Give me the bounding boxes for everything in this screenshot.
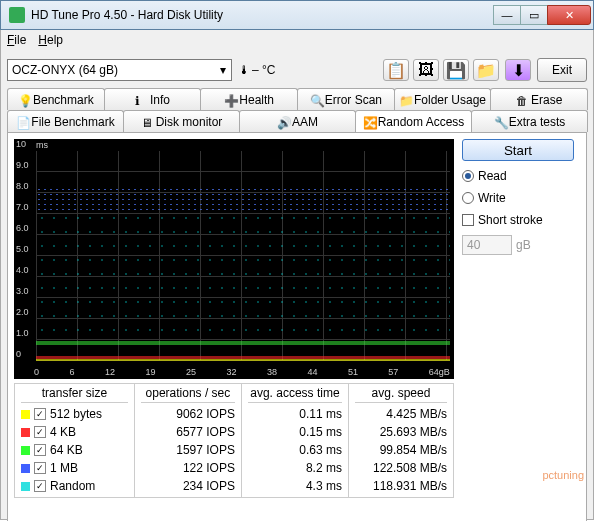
health-icon: ➕ bbox=[224, 94, 236, 106]
transfer-size: 512 bytes bbox=[50, 407, 102, 421]
tab-aam[interactable]: 🔊AAM bbox=[239, 110, 356, 132]
menu-file[interactable]: File bbox=[7, 33, 26, 47]
x-axis-labels: 06121925323844515764gB bbox=[34, 367, 450, 377]
main-frame: OCZ-ONYX (64 gB) ▾ 🌡 – °C 📋 🖼 💾 📁 ⬇ Exit… bbox=[0, 50, 594, 520]
drive-select[interactable]: OCZ-ONYX (64 gB) ▾ bbox=[7, 59, 232, 81]
tab-file-benchmark[interactable]: 📄File Benchmark bbox=[7, 110, 124, 132]
thermometer-icon: 🌡 bbox=[238, 63, 250, 77]
speaker-icon: 🔊 bbox=[277, 116, 289, 128]
maximize-button[interactable]: ▭ bbox=[520, 5, 548, 25]
plot-area bbox=[36, 151, 450, 361]
tab-folder-usage[interactable]: 📁Folder Usage bbox=[394, 88, 492, 110]
radio-icon bbox=[462, 192, 474, 204]
arrow-down-icon: ⬇ bbox=[512, 61, 525, 80]
drive-select-value: OCZ-ONYX (64 gB) bbox=[12, 63, 118, 77]
copy-icon: 📋 bbox=[386, 61, 406, 80]
temperature-value: – °C bbox=[252, 63, 275, 77]
monitor-icon: 🖥 bbox=[141, 116, 153, 128]
col-header: avg. access time bbox=[248, 386, 342, 403]
tab-erase[interactable]: 🗑Erase bbox=[490, 88, 588, 110]
color-swatch bbox=[21, 410, 30, 419]
toolbar: OCZ-ONYX (64 gB) ▾ 🌡 – °C 📋 🖼 💾 📁 ⬇ Exit bbox=[7, 56, 587, 84]
start-button[interactable]: Start bbox=[462, 139, 574, 161]
color-swatch bbox=[21, 464, 30, 473]
row-checkbox[interactable]: ✓ bbox=[34, 462, 46, 474]
transfer-size: 4 KB bbox=[50, 425, 76, 439]
color-swatch bbox=[21, 428, 30, 437]
access-value: 0.15 ms bbox=[248, 423, 342, 441]
short-stroke-value-row: 40 gB bbox=[462, 235, 574, 255]
close-button[interactable]: ✕ bbox=[547, 5, 591, 25]
speed-value: 122.508 MB/s bbox=[355, 459, 447, 477]
window-title: HD Tune Pro 4.50 - Hard Disk Utility bbox=[31, 8, 494, 22]
open-button[interactable]: 📁 bbox=[473, 59, 499, 81]
tab-benchmark[interactable]: 💡Benchmark bbox=[7, 88, 105, 110]
results-table: transfer size ✓512 bytes✓4 KB✓64 KB✓1 MB… bbox=[14, 383, 454, 498]
file-icon: 📄 bbox=[16, 116, 28, 128]
random-icon: 🔀 bbox=[363, 116, 375, 128]
tab-disk-monitor[interactable]: 🖥Disk monitor bbox=[123, 110, 240, 132]
y-axis-labels: 109.08.07.06.05.04.03.02.01.00 bbox=[16, 139, 29, 359]
folder-icon: 📁 bbox=[476, 61, 496, 80]
info-icon: ℹ bbox=[135, 94, 147, 106]
access-time-graph: ms 109.08.07.06.05.04.03.02.01.00 061219… bbox=[14, 139, 454, 379]
transfer-size: 1 MB bbox=[50, 461, 78, 475]
exit-button[interactable]: Exit bbox=[537, 58, 587, 82]
save-button[interactable]: 💾 bbox=[443, 59, 469, 81]
iops-value: 6577 IOPS bbox=[141, 423, 235, 441]
temperature-display: 🌡 – °C bbox=[238, 63, 275, 77]
camera-icon: 🖼 bbox=[418, 61, 434, 79]
col-speed: avg. speed 4.425 MB/s25.693 MB/s99.854 M… bbox=[349, 383, 454, 498]
col-operations: operations / sec 9062 IOPS6577 IOPS1597 … bbox=[135, 383, 242, 498]
row-checkbox[interactable]: ✓ bbox=[34, 444, 46, 456]
read-radio[interactable]: Read bbox=[462, 169, 574, 183]
iops-value: 234 IOPS bbox=[141, 477, 235, 495]
tools-icon: 🔧 bbox=[494, 116, 506, 128]
tab-content: ms 109.08.07.06.05.04.03.02.01.00 061219… bbox=[7, 132, 587, 521]
trash-icon: 🗑 bbox=[516, 94, 528, 106]
radio-icon bbox=[462, 170, 474, 182]
search-icon: 🔍 bbox=[310, 94, 322, 106]
minimize-button[interactable]: — bbox=[493, 5, 521, 25]
speed-value: 25.693 MB/s bbox=[355, 423, 447, 441]
checkbox-icon bbox=[462, 214, 474, 226]
tab-info[interactable]: ℹInfo bbox=[104, 88, 202, 110]
app-icon bbox=[9, 7, 25, 23]
transfer-size: Random bbox=[50, 479, 95, 493]
y-axis-unit: ms bbox=[36, 140, 48, 150]
short-stroke-spinner[interactable]: 40 bbox=[462, 235, 512, 255]
color-swatch bbox=[21, 482, 30, 491]
tab-random-access[interactable]: 🔀Random Access bbox=[355, 110, 472, 132]
row-checkbox[interactable]: ✓ bbox=[34, 408, 46, 420]
chevron-down-icon: ▾ bbox=[215, 63, 231, 77]
col-header: operations / sec bbox=[141, 386, 235, 403]
col-header: transfer size bbox=[21, 386, 128, 403]
stroke-unit: gB bbox=[516, 238, 531, 252]
speed-value: 4.425 MB/s bbox=[355, 405, 447, 423]
tab-extra-tests[interactable]: 🔧Extra tests bbox=[471, 110, 588, 132]
floppy-icon: 💾 bbox=[446, 61, 466, 80]
menu-help[interactable]: Help bbox=[38, 33, 63, 47]
iops-value: 9062 IOPS bbox=[141, 405, 235, 423]
access-value: 0.63 ms bbox=[248, 441, 342, 459]
tabs-row-2: 📄File Benchmark 🖥Disk monitor 🔊AAM 🔀Rand… bbox=[7, 110, 587, 132]
settings-button[interactable]: ⬇ bbox=[505, 59, 531, 81]
color-swatch bbox=[21, 446, 30, 455]
iops-value: 1597 IOPS bbox=[141, 441, 235, 459]
col-access-time: avg. access time 0.11 ms0.15 ms0.63 ms8.… bbox=[242, 383, 349, 498]
access-value: 8.2 ms bbox=[248, 459, 342, 477]
screenshot-button[interactable]: 🖼 bbox=[413, 59, 439, 81]
row-checkbox[interactable]: ✓ bbox=[34, 426, 46, 438]
tab-health[interactable]: ➕Health bbox=[200, 88, 298, 110]
bulb-icon: 💡 bbox=[18, 94, 30, 106]
row-checkbox[interactable]: ✓ bbox=[34, 480, 46, 492]
left-panel: ms 109.08.07.06.05.04.03.02.01.00 061219… bbox=[14, 139, 454, 521]
copy-button[interactable]: 📋 bbox=[383, 59, 409, 81]
tab-error-scan[interactable]: 🔍Error Scan bbox=[297, 88, 395, 110]
col-transfer-size: transfer size ✓512 bytes✓4 KB✓64 KB✓1 MB… bbox=[14, 383, 135, 498]
speed-value: 99.854 MB/s bbox=[355, 441, 447, 459]
iops-value: 122 IOPS bbox=[141, 459, 235, 477]
short-stroke-checkbox[interactable]: Short stroke bbox=[462, 213, 574, 227]
write-radio[interactable]: Write bbox=[462, 191, 574, 205]
folder-icon: 📁 bbox=[399, 94, 411, 106]
